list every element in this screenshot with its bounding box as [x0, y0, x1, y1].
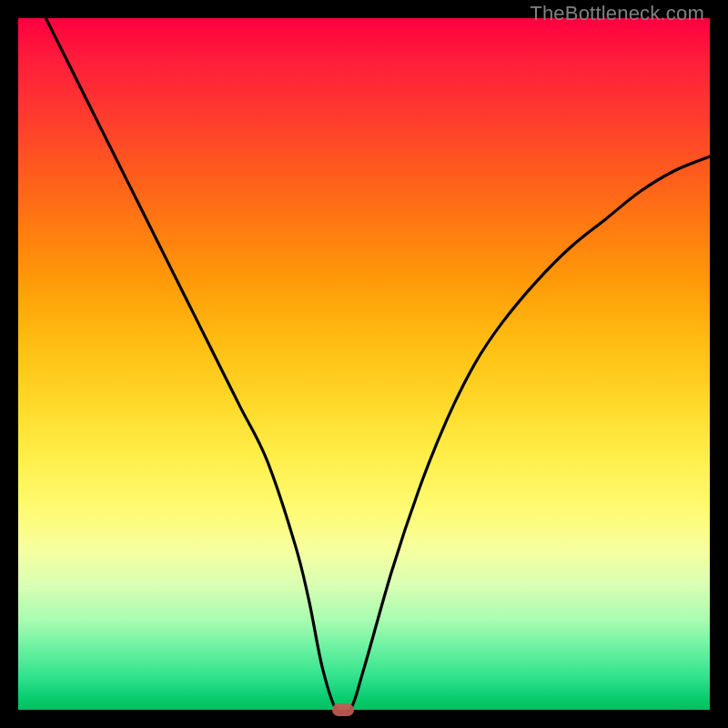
bottleneck-curve — [18, 18, 710, 710]
watermark-text: TheBottleneck.com — [530, 2, 704, 25]
chart-frame — [18, 18, 710, 710]
optimal-point-marker — [332, 703, 354, 716]
